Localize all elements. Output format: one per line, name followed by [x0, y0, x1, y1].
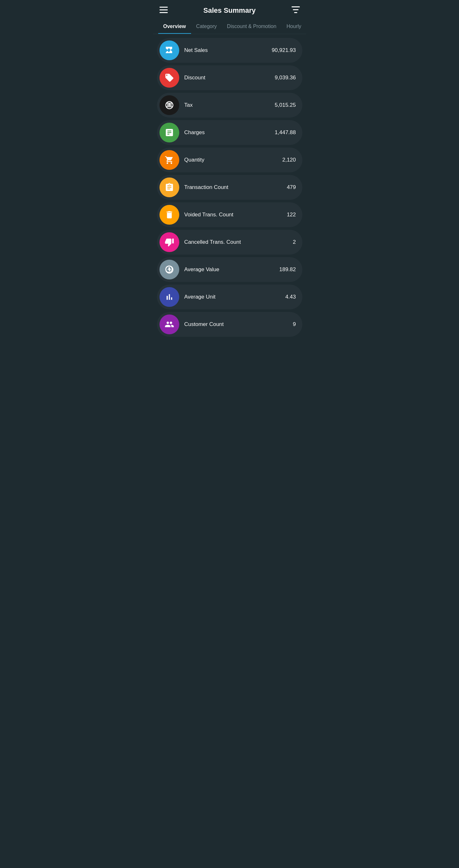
charges-value: 1,447.88	[275, 129, 296, 136]
net-sales-label: Net Sales	[184, 47, 267, 54]
net-sales-icon	[160, 40, 179, 60]
customer-count-label: Customer Count	[184, 321, 288, 328]
svg-rect-2	[160, 12, 168, 13]
list-item[interactable]: Discount 9,039.36	[157, 65, 303, 90]
list-item[interactable]: Average Unit 4.43	[157, 284, 303, 309]
page-title: Sales Summary	[203, 6, 256, 15]
list-item[interactable]: Transaction Count 479	[157, 175, 303, 200]
customer-count-icon	[160, 314, 179, 334]
customer-count-value: 9	[293, 321, 296, 328]
voided-trans-label: Voided Trans. Count	[184, 212, 282, 218]
tab-category[interactable]: Category	[191, 20, 222, 34]
discount-label: Discount	[184, 74, 270, 81]
svg-rect-3	[291, 6, 300, 7]
list-item[interactable]: Net Sales 90,921.93	[157, 38, 303, 63]
average-value-icon	[160, 260, 179, 279]
average-unit-label: Average Unit	[184, 294, 280, 300]
charges-icon	[160, 123, 179, 143]
header: Sales Summary	[153, 0, 306, 20]
list-item[interactable]: Average Value 189.82	[157, 257, 303, 282]
list-item[interactable]: Voided Trans. Count 122	[157, 202, 303, 227]
net-sales-value: 90,921.93	[272, 47, 296, 54]
transaction-count-value: 479	[287, 184, 296, 191]
average-value-label: Average Value	[184, 267, 274, 273]
cancelled-trans-label: Cancelled Trans. Count	[184, 239, 288, 245]
app-container: Sales Summary Overview Category Discount…	[153, 0, 306, 341]
svg-rect-4	[293, 9, 298, 10]
average-unit-icon	[160, 287, 179, 307]
svg-rect-5	[294, 12, 297, 13]
tabs-bar: Overview Category Discount & Promotion H…	[153, 20, 306, 34]
voided-trans-icon	[160, 205, 179, 225]
tax-label: Tax	[184, 102, 270, 108]
tab-hourly[interactable]: Hourly	[281, 20, 306, 34]
charges-label: Charges	[184, 129, 270, 136]
list-item[interactable]: Quantity 2,120	[157, 148, 303, 173]
hamburger-icon[interactable]	[160, 7, 168, 14]
tab-overview[interactable]: Overview	[158, 20, 191, 34]
transaction-count-icon	[160, 178, 179, 197]
tax-value: 5,015.25	[275, 102, 296, 108]
transaction-count-label: Transaction Count	[184, 184, 282, 191]
quantity-label: Quantity	[184, 157, 277, 163]
quantity-value: 2,120	[282, 157, 296, 163]
items-list: Net Sales 90,921.93 Discount 9,039.36 Ta…	[153, 34, 306, 341]
list-item[interactable]: Customer Count 9	[157, 312, 303, 337]
tab-discount-promotion[interactable]: Discount & Promotion	[222, 20, 282, 34]
list-item[interactable]: Charges 1,447.88	[157, 120, 303, 145]
average-value-value: 189.82	[280, 267, 296, 273]
list-item[interactable]: Cancelled Trans. Count 2	[157, 230, 303, 255]
average-unit-value: 4.43	[285, 294, 296, 300]
cancelled-trans-icon	[160, 232, 179, 252]
discount-value: 9,039.36	[275, 74, 296, 81]
filter-icon[interactable]	[291, 6, 300, 15]
svg-rect-1	[160, 9, 168, 10]
quantity-icon	[160, 150, 179, 170]
tax-icon	[160, 95, 179, 115]
cancelled-trans-value: 2	[293, 239, 296, 245]
discount-icon	[160, 68, 179, 88]
list-item[interactable]: Tax 5,015.25	[157, 93, 303, 118]
svg-rect-0	[160, 7, 168, 8]
voided-trans-value: 122	[287, 212, 296, 218]
